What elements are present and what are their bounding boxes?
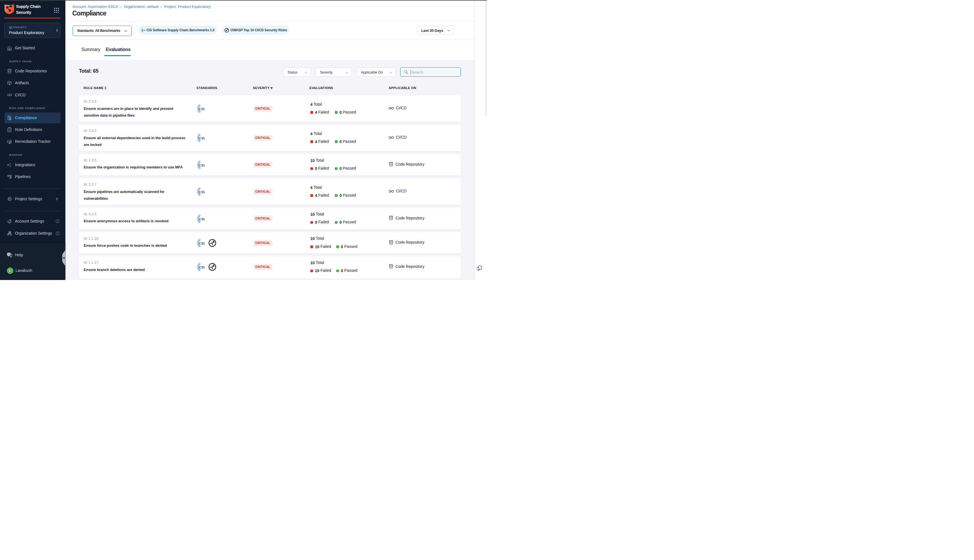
svg-text:?: ? (8, 253, 10, 256)
svg-text:CIS: CIS (142, 29, 145, 31)
